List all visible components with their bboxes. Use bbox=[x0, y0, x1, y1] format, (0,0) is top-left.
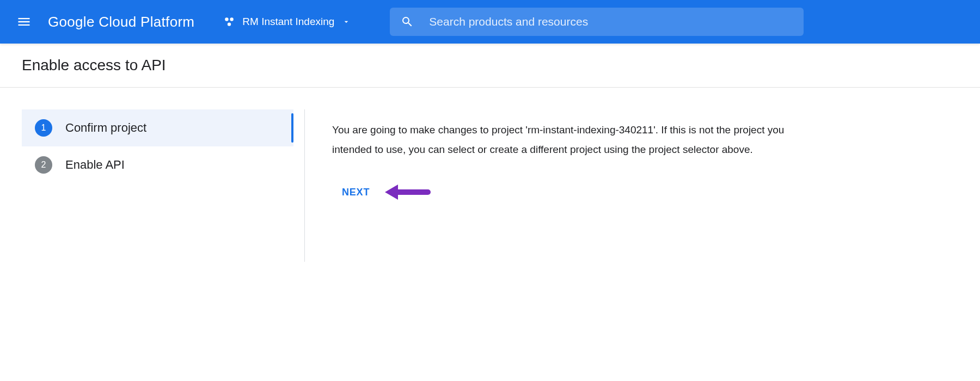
page-title: Enable access to API bbox=[22, 57, 958, 74]
search-icon bbox=[401, 15, 414, 28]
step-number: 1 bbox=[35, 119, 52, 137]
description-text: You are going to make changes to project… bbox=[332, 120, 817, 159]
svg-point-0 bbox=[225, 17, 229, 21]
content-area: 1 Confirm project 2 Enable API You are g… bbox=[0, 88, 980, 262]
platform-logo: Google Cloud Platform bbox=[48, 14, 194, 30]
svg-point-2 bbox=[228, 22, 231, 26]
arrow-annotation-icon bbox=[382, 181, 431, 203]
step-label: Confirm project bbox=[65, 121, 146, 135]
action-row: NEXT bbox=[332, 181, 817, 203]
main-panel: You are going to make changes to project… bbox=[305, 109, 849, 262]
search-container[interactable] bbox=[390, 8, 804, 36]
chevron-down-icon bbox=[342, 17, 351, 26]
page-title-bar: Enable access to API bbox=[0, 44, 980, 88]
step-number: 2 bbox=[35, 156, 52, 174]
top-header: Google Cloud Platform RM Instant Indexin… bbox=[0, 0, 980, 44]
stepper: 1 Confirm project 2 Enable API bbox=[22, 109, 305, 262]
project-selector[interactable]: RM Instant Indexing bbox=[216, 11, 357, 33]
svg-point-1 bbox=[230, 17, 234, 21]
hamburger-icon bbox=[16, 14, 32, 29]
project-name: RM Instant Indexing bbox=[242, 16, 334, 28]
next-button[interactable]: NEXT bbox=[335, 182, 376, 202]
step-confirm-project[interactable]: 1 Confirm project bbox=[22, 109, 293, 146]
menu-button[interactable] bbox=[11, 9, 37, 35]
step-label: Enable API bbox=[65, 158, 125, 172]
project-icon bbox=[223, 15, 236, 28]
step-enable-api[interactable]: 2 Enable API bbox=[22, 146, 293, 183]
search-input[interactable] bbox=[429, 15, 793, 28]
